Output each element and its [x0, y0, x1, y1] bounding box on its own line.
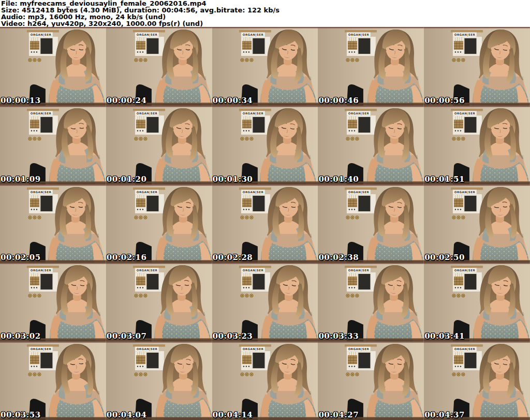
ceiling-strip: [318, 263, 424, 264]
wall-knobs: [135, 215, 147, 219]
organiser-sign-text: ORGAN|SER: [31, 112, 52, 115]
video-thumbnail: ORGAN|SER: [106, 263, 212, 341]
ceiling-strip: [424, 263, 530, 264]
timestamp-overlay: 00:02:28: [213, 253, 253, 262]
organiser-sign-text: ORGAN|SER: [348, 191, 370, 194]
wall-knobs: [28, 215, 41, 219]
wall-knobs: [135, 373, 147, 376]
video-frame: ORGAN|SER: [0, 184, 106, 263]
chalkboard: [253, 274, 265, 290]
timestamp-overlay: 00:02:50: [424, 253, 465, 262]
chalkboard: [40, 38, 53, 54]
organiser-sign-text: ORGAN|SER: [454, 191, 476, 194]
video-frame: ORGAN|SER: [318, 341, 424, 420]
timestamp-overlay: 00:02:16: [107, 253, 147, 262]
video-frame: ORGAN|SER: [212, 184, 318, 263]
timestamp-overlay: 00:00:13: [1, 96, 41, 105]
chalkboard: [358, 195, 371, 211]
ceiling-strip: [318, 184, 424, 185]
video-frame: ORGAN|SER: [106, 184, 212, 263]
video-thumbnail: ORGAN|SER: [106, 184, 212, 263]
wall-knobs: [28, 59, 41, 62]
timestamp-overlay: 00:01:09: [1, 175, 41, 184]
video-frame: ORGAN|SER: [212, 27, 318, 106]
wall-knobs: [452, 294, 465, 297]
ceiling-strip: [106, 184, 212, 185]
timestamp-overlay: 00:00:34: [213, 96, 253, 105]
timestamp-overlay: 00:01:40: [318, 175, 359, 184]
ceiling-strip: [424, 184, 530, 185]
ceiling-strip: [106, 263, 212, 264]
wall-knobs: [346, 373, 359, 376]
chalkboard: [40, 195, 53, 211]
timestamp-overlay: 00:02:38: [318, 253, 359, 262]
chalkboard: [146, 353, 159, 369]
chalkboard: [358, 353, 371, 369]
video-thumbnail: ORGAN|SER: [318, 341, 424, 420]
timestamp-overlay: 00:03:41: [424, 331, 465, 341]
ceiling-strip: [318, 341, 424, 342]
wall-knobs: [346, 137, 359, 140]
video-thumbnail: ORGAN|SER: [424, 184, 530, 263]
organiser-sign-text: ORGAN|SER: [348, 112, 370, 115]
chalkboard: [146, 195, 159, 211]
ceiling-strip: [212, 27, 318, 28]
video-frame: ORGAN|SER: [0, 106, 106, 184]
video-frame: ORGAN|SER: [0, 27, 106, 106]
wall-knobs: [135, 137, 147, 140]
ceiling-strip: [424, 106, 530, 107]
video-frame: ORGAN|SER: [424, 341, 530, 420]
organiser-sign-text: ORGAN|SER: [348, 269, 370, 273]
organiser-sign-text: ORGAN|SER: [137, 347, 158, 351]
video-frame: ORGAN|SER: [424, 263, 530, 341]
video-frame: ORGAN|SER: [318, 106, 424, 184]
video-thumbnail: ORGAN|SER: [318, 184, 424, 263]
chalkboard: [464, 274, 477, 290]
wall-knobs: [28, 373, 41, 376]
organiser-sign-text: ORGAN|SER: [454, 112, 476, 115]
wall-knobs: [28, 294, 41, 297]
ceiling-strip: [0, 27, 106, 28]
chalkboard: [253, 353, 265, 369]
video-frame: ORGAN|SER: [106, 341, 212, 420]
timestamp-overlay: 00:03:33: [318, 331, 359, 341]
video-frame: ORGAN|SER: [212, 341, 318, 420]
video-thumbnail: ORGAN|SER: [0, 263, 106, 341]
wall-knobs: [240, 294, 253, 297]
timestamp-overlay: 00:00:24: [107, 96, 147, 105]
video-frame: ORGAN|SER: [106, 106, 212, 184]
wall-knobs: [240, 59, 253, 62]
ceiling-strip: [318, 106, 424, 107]
video-thumbnail: ORGAN|SER: [318, 27, 424, 106]
chalkboard: [464, 38, 477, 54]
chalkboard: [40, 117, 53, 133]
video-thumbnail: ORGAN|SER: [212, 184, 318, 263]
thumbnail-grid: ORGAN|SER: [0, 27, 530, 420]
ceiling-strip: [212, 263, 318, 264]
video-frame: ORGAN|SER: [424, 27, 530, 106]
timestamp-overlay: 00:04:27: [318, 410, 359, 419]
video-frame: ORGAN|SER: [212, 106, 318, 184]
video-thumbnail: ORGAN|SER: [212, 106, 318, 184]
organiser-sign-text: ORGAN|SER: [348, 33, 370, 37]
ceiling-strip: [0, 184, 106, 185]
organiser-sign-text: ORGAN|SER: [454, 33, 476, 37]
video-thumbnail: ORGAN|SER: [424, 106, 530, 184]
wall-knobs: [346, 59, 359, 62]
contact-sheet: File: myfreecams_deviousaylin_female_200…: [0, 0, 530, 420]
chalkboard: [464, 117, 477, 133]
chalkboard: [358, 274, 371, 290]
organiser-sign-text: ORGAN|SER: [31, 33, 52, 37]
organiser-sign-text: ORGAN|SER: [454, 269, 476, 273]
organiser-sign-text: ORGAN|SER: [31, 347, 52, 351]
video-thumbnail: ORGAN|SER: [0, 184, 106, 263]
ceiling-strip: [0, 106, 106, 107]
ceiling-strip: [212, 184, 318, 185]
wall-knobs: [240, 215, 253, 219]
timestamp-overlay: 00:01:51: [424, 175, 465, 184]
ceiling-strip: [424, 27, 530, 28]
wall-knobs: [452, 373, 465, 376]
video-thumbnail: ORGAN|SER: [106, 341, 212, 420]
chalkboard: [464, 195, 477, 211]
video-thumbnail: ORGAN|SER: [212, 27, 318, 106]
